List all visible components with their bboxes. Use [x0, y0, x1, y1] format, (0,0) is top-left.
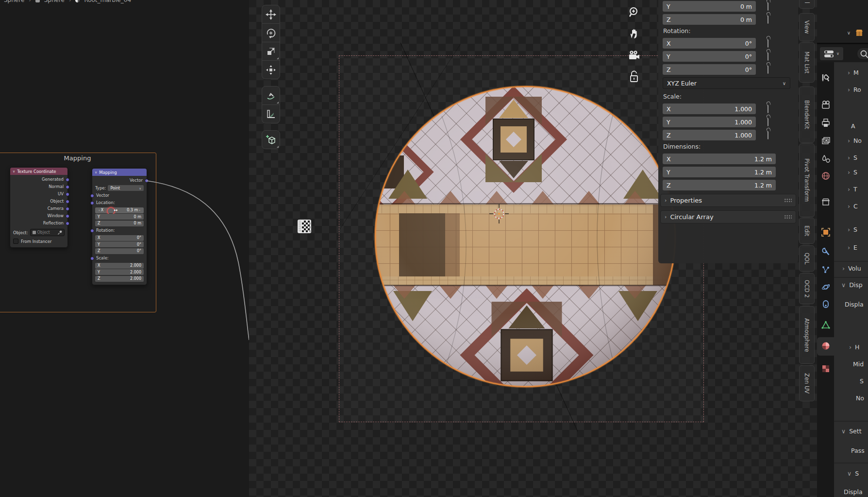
sphere-object[interactable]: [374, 82, 677, 391]
prop-section[interactable]: ›S: [848, 169, 857, 176]
chevron-right-icon: ›: [665, 197, 667, 204]
sidebar-tab-atmosphere[interactable]: Atmosphere: [799, 306, 815, 364]
sidebar-tab-blenderkit[interactable]: BlenderKit: [799, 86, 815, 143]
scale-tool-button[interactable]: [262, 42, 280, 61]
tab-modifiers[interactable]: [820, 246, 831, 257]
prop-section[interactable]: ›Ro: [848, 86, 861, 93]
dimensions-label: Dimensions:: [663, 143, 798, 151]
object-properties-icon: [821, 227, 831, 237]
dimension-y-field[interactable]: Y1.2 m: [663, 167, 776, 177]
properties-editor-icon: [824, 50, 835, 58]
lock-open-icon[interactable]: [768, 16, 768, 24]
physics-icon: [821, 282, 831, 292]
hand-icon: [628, 28, 640, 40]
lock-open-icon[interactable]: [768, 2, 768, 11]
tab-scene[interactable]: [820, 154, 831, 164]
pan-button[interactable]: [624, 23, 644, 45]
tab-object-data[interactable]: [820, 320, 831, 330]
lock-open-icon[interactable]: [768, 39, 768, 48]
prop-section[interactable]: ›S: [848, 154, 857, 161]
tab-render[interactable]: [820, 100, 831, 110]
dimension-z-field[interactable]: Z1.2 m: [663, 180, 776, 190]
measure-tool-button[interactable]: [262, 105, 280, 123]
panel-header-circular-array[interactable]: › Circular Array: [660, 210, 796, 223]
rotation-z-field[interactable]: Z0°: [663, 64, 756, 75]
prop-label: Displa: [844, 488, 863, 496]
sidebar-tab-edit[interactable]: Edit: [799, 218, 815, 244]
tab-texture[interactable]: [820, 363, 831, 374]
properties-header: ∨: [817, 44, 868, 62]
tab-physics[interactable]: [820, 282, 831, 292]
prop-section[interactable]: ›E: [848, 244, 857, 251]
tab-material[interactable]: [820, 341, 831, 351]
annotate-tool-button[interactable]: [262, 86, 280, 105]
tab-world[interactable]: [820, 171, 831, 181]
prop-section[interactable]: ∨Sett: [841, 428, 862, 435]
tab-collection[interactable]: [820, 197, 831, 207]
view-layer-icon: [821, 136, 831, 146]
chevron-down-icon: ∨: [836, 51, 839, 56]
zoom-button[interactable]: [624, 2, 644, 23]
lock-open-icon[interactable]: [768, 105, 768, 113]
shader-editor-region: Sphere › Sphere › Root_marble_04 Mapping…: [0, 0, 250, 497]
dimension-x-field[interactable]: X1.2 m: [663, 154, 776, 164]
sidebar-tab-qol[interactable]: QOL: [799, 245, 815, 272]
tab-particles[interactable]: [820, 264, 831, 274]
prop-label: A: [851, 122, 855, 130]
scale-z-field[interactable]: Z1.000: [663, 130, 756, 140]
viewport-3d[interactable]: Y0 m Z0 m Rotation: X0° Y0°: [249, 0, 868, 497]
scale-y-field[interactable]: Y1.000: [663, 117, 756, 127]
world-icon: [821, 171, 831, 181]
sidebar-tab-ocd-2[interactable]: OCD 2: [799, 273, 815, 304]
add-cube-tool-button[interactable]: [262, 130, 280, 149]
rotation-x-field[interactable]: X0°: [663, 38, 756, 49]
tab-constraints[interactable]: [820, 299, 831, 309]
sidebar-tab-view[interactable]: View: [799, 13, 815, 41]
viewport-toolbar: [262, 5, 279, 149]
tool-icon: [821, 73, 831, 83]
prop-label: Displa: [845, 301, 864, 308]
drag-grip-icon[interactable]: [784, 198, 792, 203]
location-y-field[interactable]: Y0 m: [663, 1, 756, 12]
sidebar-tab-pivot-transform[interactable]: Pivot Transform: [799, 143, 815, 217]
sidebar-tab-mat-list[interactable]: Mat List: [799, 42, 815, 83]
search-field[interactable]: [857, 48, 868, 60]
editor-type-button[interactable]: ∨: [819, 47, 844, 61]
lock-open-icon[interactable]: [768, 131, 768, 139]
rotate-tool-button[interactable]: [262, 24, 280, 42]
outliner-item[interactable]: ∨: [847, 28, 864, 37]
prop-section[interactable]: ›C: [848, 203, 858, 210]
tab-view-layer[interactable]: [820, 136, 831, 146]
prop-section[interactable]: ›T: [848, 186, 857, 193]
n-panel-transform: Y0 m Z0 m Rotation: X0° Y0°: [658, 0, 798, 263]
rotation-y-field[interactable]: Y0°: [663, 51, 756, 62]
lock-open-icon[interactable]: [768, 52, 768, 61]
prop-section[interactable]: ›No: [848, 137, 862, 144]
chevron-down-icon[interactable]: ∨: [847, 30, 851, 35]
prop-section[interactable]: ›S: [848, 226, 857, 233]
tab-tool[interactable]: [820, 72, 831, 83]
prop-section[interactable]: ›H: [849, 343, 859, 351]
camera-view-button[interactable]: [624, 45, 644, 66]
prop-section[interactable]: ∨Disp: [841, 281, 863, 289]
zoom-icon: [628, 6, 640, 19]
rotation-mode-dropdown[interactable]: XYZ Euler ∨: [663, 77, 790, 89]
tab-object[interactable]: [820, 227, 831, 237]
prop-section[interactable]: ›M: [848, 69, 859, 76]
panel-header-properties[interactable]: › Properties: [660, 194, 796, 207]
move-tool-button[interactable]: [262, 5, 280, 24]
sidebar-tab-zen-uv[interactable]: Zen UV: [799, 365, 815, 401]
lock-view-button[interactable]: [624, 66, 644, 87]
film-strip-icon: [298, 220, 311, 233]
scale-x-field[interactable]: X1.000: [663, 103, 756, 114]
lock-open-icon[interactable]: [768, 118, 768, 126]
sidebar-tab-partial[interactable]: l: [799, 0, 815, 9]
lock-open-icon[interactable]: [768, 66, 768, 74]
prop-section[interactable]: ›Volu: [842, 265, 861, 272]
tab-output[interactable]: [820, 118, 831, 128]
transform-tool-button[interactable]: [262, 61, 280, 79]
rotation-label: Rotation:: [663, 27, 798, 35]
prop-section[interactable]: ∨S: [847, 470, 859, 477]
location-z-field[interactable]: Z0 m: [663, 14, 756, 25]
drag-grip-icon[interactable]: [784, 215, 792, 219]
